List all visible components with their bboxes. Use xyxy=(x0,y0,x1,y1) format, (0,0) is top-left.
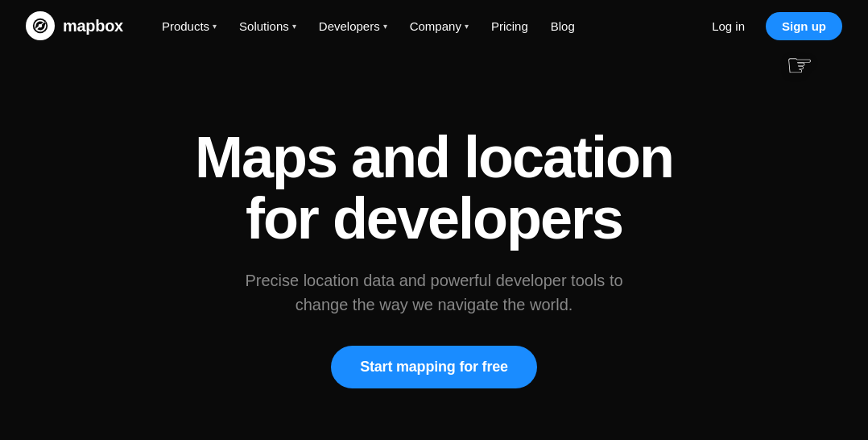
hero-subtitle: Precise location data and powerful devel… xyxy=(225,268,643,317)
nav-left: mapbox Products ▾ Solutions ▾ Developers… xyxy=(26,11,585,40)
mapbox-logo-svg xyxy=(31,17,49,35)
chevron-down-icon: ▾ xyxy=(292,22,296,31)
logo-text: mapbox xyxy=(63,17,123,35)
nav-item-solutions[interactable]: Solutions ▾ xyxy=(229,13,306,39)
nav-item-products[interactable]: Products ▾ xyxy=(152,13,226,39)
nav-item-company[interactable]: Company ▾ xyxy=(400,13,478,39)
hero-section: Maps and location for developers Precise… xyxy=(0,52,868,440)
nav-item-blog[interactable]: Blog xyxy=(541,13,585,39)
nav-item-pricing[interactable]: Pricing xyxy=(482,13,538,39)
logo[interactable]: mapbox xyxy=(26,11,123,40)
nav-pricing-label: Pricing xyxy=(491,19,528,33)
nav-products-label: Products xyxy=(162,19,209,33)
hero-title-line2: for developers xyxy=(246,186,622,251)
nav-links: Products ▾ Solutions ▾ Developers ▾ Comp… xyxy=(152,13,585,39)
nav-blog-label: Blog xyxy=(551,19,575,33)
login-button[interactable]: Log in xyxy=(697,13,759,39)
chevron-down-icon: ▾ xyxy=(383,22,387,31)
chevron-down-icon: ▾ xyxy=(213,22,217,31)
cta-button[interactable]: Start mapping for free xyxy=(331,346,537,388)
nav-right: Log in Sign up xyxy=(697,12,842,40)
logo-icon xyxy=(26,11,55,40)
hero-title-line1: Maps and location xyxy=(195,125,673,189)
nav-developers-label: Developers xyxy=(319,19,380,33)
nav-item-developers[interactable]: Developers ▾ xyxy=(309,13,397,39)
signup-button[interactable]: Sign up xyxy=(766,12,842,40)
chevron-down-icon: ▾ xyxy=(465,22,469,31)
hero-title: Maps and location for developers xyxy=(195,127,673,249)
nav-company-label: Company xyxy=(410,19,461,33)
svg-point-1 xyxy=(39,24,43,28)
nav-solutions-label: Solutions xyxy=(239,19,289,33)
navbar: mapbox Products ▾ Solutions ▾ Developers… xyxy=(0,0,868,52)
